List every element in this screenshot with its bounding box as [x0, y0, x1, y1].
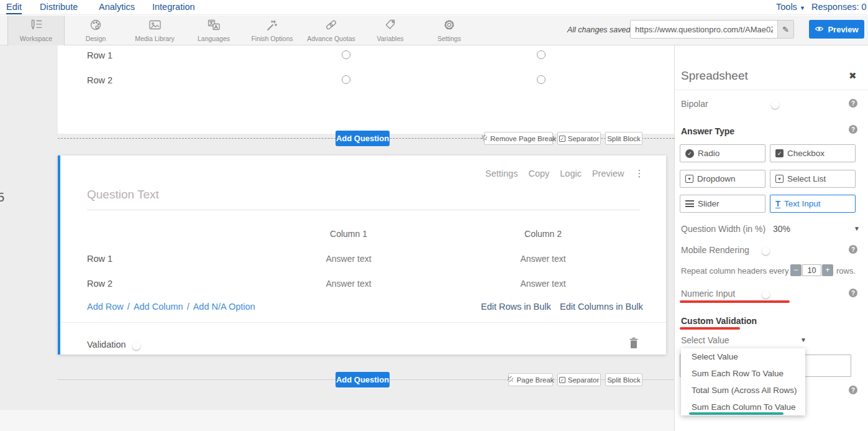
divider: [675, 90, 868, 90]
answer-cell[interactable]: Answer text: [311, 279, 386, 289]
answer-cell[interactable]: Answer text: [506, 279, 580, 289]
prev-row-label: Row 1: [87, 50, 112, 60]
nav-distribute[interactable]: Distribute: [40, 2, 78, 12]
help-icon[interactable]: ?: [849, 289, 857, 297]
trash-icon: [629, 337, 639, 349]
toolbar-finish-options[interactable]: Finish Options: [244, 16, 301, 45]
answer-type-select-list[interactable]: ▼Select List: [770, 170, 856, 188]
chevron-down-icon[interactable]: ▼: [800, 336, 806, 343]
gear-icon: [442, 19, 457, 34]
question-block: Settings Copy Logic Preview ⋮ Question T…: [58, 155, 666, 355]
column-header[interactable]: Column 1: [311, 229, 386, 239]
answer-cell[interactable]: Answer text: [311, 254, 386, 264]
languages-icon: [206, 19, 221, 34]
add-question-button-top[interactable]: Add Question: [336, 131, 390, 146]
chevron-down-icon: ▼: [800, 5, 805, 11]
split-block-button[interactable]: Split Block: [605, 132, 642, 145]
menu-option-total-sum[interactable]: Total Sum (Across All Rows): [681, 382, 805, 399]
separator-button[interactable]: ✓ Separator: [557, 132, 601, 145]
survey-url-input[interactable]: [631, 21, 777, 38]
question-text-underline: [87, 210, 640, 210]
help-icon[interactable]: ?: [849, 245, 857, 254]
canvas-footer-strip: [0, 410, 674, 431]
answer-type-checkbox[interactable]: ✓Checkbox: [770, 144, 856, 162]
questionpro-editor: Edit Distribute Analytics Integration To…: [0, 0, 868, 431]
question-logic-link[interactable]: Logic: [560, 169, 582, 178]
edit-rows-bulk-link[interactable]: Edit Rows in Bulk: [481, 302, 551, 312]
answer-cell[interactable]: Answer text: [506, 254, 580, 264]
validation-select[interactable]: Select Value: [681, 335, 729, 345]
design-icon: [88, 19, 103, 34]
toolbar-languages[interactable]: Languages: [185, 16, 242, 45]
question-text-input[interactable]: Question Text: [87, 188, 159, 202]
question-copy-link[interactable]: Copy: [528, 169, 549, 178]
page-break-button[interactable]: Page Break: [508, 373, 553, 386]
help-icon[interactable]: ?: [849, 99, 857, 108]
row-label[interactable]: Row 2: [87, 279, 112, 289]
select-list-icon: ▼: [775, 175, 783, 183]
add-question-button-bottom[interactable]: Add Question: [336, 372, 390, 387]
answer-type-dropdown[interactable]: ▼Dropdown: [680, 170, 765, 188]
workspace-icon: [29, 19, 43, 34]
remove-page-break-button[interactable]: Remove Page Break: [484, 132, 553, 145]
numeric-input-label: Numeric Input: [681, 289, 735, 299]
slider-icon: [685, 200, 694, 207]
radio-option[interactable]: [342, 75, 350, 84]
nav-tools[interactable]: Tools ▼: [776, 2, 805, 12]
close-icon[interactable]: ✖: [849, 70, 857, 81]
question-settings-link[interactable]: Settings: [485, 169, 518, 178]
red-underline-annotation: [680, 327, 740, 330]
bipolar-label: Bipolar: [681, 99, 708, 109]
nav-integration[interactable]: Integration: [152, 2, 195, 12]
increment-button[interactable]: +: [822, 264, 833, 276]
link-separator: /: [127, 302, 130, 312]
add-row-link[interactable]: Add Row: [87, 302, 124, 312]
save-status: All changes saved: [567, 25, 630, 34]
repeat-rows-input[interactable]: [802, 264, 821, 276]
toolbar-workspace[interactable]: Workspace: [7, 16, 65, 45]
menu-option-sum-each-row[interactable]: Sum Each Row To Value: [681, 365, 805, 382]
add-column-link[interactable]: Add Column: [134, 302, 183, 312]
help-icon[interactable]: ?: [849, 386, 857, 394]
radio-check-icon: ✓: [685, 149, 694, 158]
checkbox-icon: ✓: [775, 149, 783, 157]
more-options-icon[interactable]: ⋮: [635, 168, 644, 179]
nav-responses[interactable]: Responses: 0: [811, 2, 867, 12]
separator-button[interactable]: ✓ Separator: [557, 373, 601, 386]
toolbar-settings[interactable]: Settings: [421, 16, 478, 45]
toolbar-advance-quotas[interactable]: Advance Quotas: [303, 16, 360, 45]
edit-columns-bulk-link[interactable]: Edit Columns in Bulk: [560, 302, 643, 312]
add-na-option-link[interactable]: Add N/A Option: [193, 302, 255, 312]
question-width-value[interactable]: 30%: [773, 224, 790, 234]
radio-option[interactable]: [342, 50, 350, 59]
question-preview-link[interactable]: Preview: [592, 169, 624, 178]
answer-type-radio[interactable]: ✓Radio: [680, 144, 765, 162]
decrement-button[interactable]: −: [790, 264, 802, 276]
nav-analytics[interactable]: Analytics: [99, 2, 135, 12]
top-nav: Edit Distribute Analytics Integration To…: [0, 0, 868, 15]
text-input-icon: T: [775, 200, 780, 208]
preview-button[interactable]: Preview: [809, 20, 864, 39]
survey-url-box: ✎: [630, 20, 794, 39]
toolbar-variables[interactable]: Variables: [362, 16, 419, 45]
radio-option[interactable]: [537, 50, 546, 59]
nav-edit[interactable]: Edit: [6, 2, 22, 14]
answer-type-text-input[interactable]: TText Input: [770, 195, 856, 213]
menu-option-select-value[interactable]: Select Value: [681, 348, 805, 365]
row-label[interactable]: Row 1: [87, 254, 112, 264]
toolbar-design[interactable]: Design: [67, 16, 124, 45]
column-header[interactable]: Column 2: [506, 229, 580, 239]
help-icon[interactable]: ?: [849, 125, 857, 134]
delete-question-button[interactable]: [629, 337, 639, 351]
radio-option[interactable]: [537, 75, 546, 84]
question-number: 5: [0, 190, 4, 205]
question-menu: Settings Copy Logic Preview ⋮: [485, 168, 644, 179]
edit-url-button[interactable]: ✎: [777, 21, 793, 38]
media-library-icon: [147, 19, 162, 34]
chevron-down-icon[interactable]: ▼: [854, 225, 860, 232]
answer-type-slider[interactable]: Slider: [680, 195, 765, 213]
split-block-button[interactable]: Split Block: [605, 373, 642, 386]
mobile-rendering-label: Mobile Rendering: [681, 245, 749, 255]
variables-icon: [383, 19, 398, 34]
toolbar-media-library[interactable]: Media Library: [126, 16, 183, 45]
